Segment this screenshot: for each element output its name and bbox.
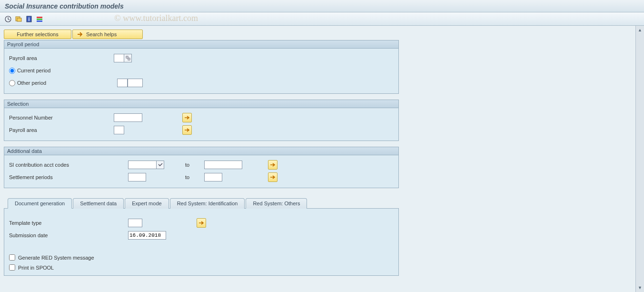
si-codes-multi-button[interactable] <box>268 160 277 170</box>
svg-rect-6 <box>37 19 42 20</box>
vertical-scrollbar[interactable]: ▲ ▼ <box>635 26 644 292</box>
current-period-radio[interactable] <box>9 68 15 74</box>
color-legend-icon[interactable] <box>35 15 44 23</box>
svg-rect-5 <box>37 17 42 18</box>
payroll-period-group: Payroll period Payroll area Current peri… <box>4 40 399 94</box>
selection-header: Selection <box>4 100 398 108</box>
submission-date-label: Submission date <box>9 232 128 238</box>
current-period-label[interactable]: Current period <box>17 68 50 73</box>
si-codes-to-input[interactable] <box>204 161 242 169</box>
info-icon[interactable]: i <box>25 15 33 23</box>
settlement-multi-button[interactable] <box>268 172 277 182</box>
si-codes-dropdown-icon[interactable] <box>157 161 164 169</box>
selection-group: Selection Personnel Number Payroll area <box>4 100 399 141</box>
payroll-area-input[interactable] <box>114 54 124 62</box>
payroll-area-f4-icon[interactable] <box>124 54 132 62</box>
execute-icon[interactable] <box>4 15 12 23</box>
tab-settlement-data[interactable]: Settlement data <box>73 198 124 209</box>
svg-rect-2 <box>17 18 21 21</box>
search-helps-label: Search helps <box>86 31 117 37</box>
personnel-number-multi-button[interactable] <box>182 113 192 122</box>
other-period-input-2[interactable] <box>128 79 143 87</box>
tab-document-generation[interactable]: Document generation <box>8 198 72 209</box>
settlement-to-label: to <box>185 174 204 180</box>
print-spool-checkbox[interactable] <box>9 264 15 271</box>
si-codes-from-input[interactable] <box>128 161 157 169</box>
si-codes-label: SI contribution acct codes <box>9 162 128 168</box>
page-title: Social Insurance contribution models <box>5 2 124 10</box>
tab-red-system-others[interactable]: Red System: Others <box>246 198 307 209</box>
app-toolbar: i © www.tutorialkart.com <box>0 12 644 26</box>
other-period-label[interactable]: Other period <box>17 80 117 86</box>
tabstrip: Document generation Settlement data Expe… <box>4 198 399 209</box>
other-period-radio[interactable] <box>9 80 15 86</box>
main-content: Further selections Search helps Payroll … <box>0 26 644 292</box>
title-bar: Social Insurance contribution models <box>0 0 644 12</box>
tab-red-system-identification[interactable]: Red System: Identification <box>170 198 245 209</box>
settlement-to-input[interactable] <box>204 173 222 181</box>
selection-payroll-area-label: Payroll area <box>9 127 114 133</box>
generate-red-label[interactable]: Generate RED System message <box>18 255 94 261</box>
additional-data-header: Additional data <box>4 147 398 155</box>
personnel-number-label: Personnel Number <box>9 115 114 121</box>
template-type-label: Template type <box>9 220 128 226</box>
additional-data-group: Additional data SI contribution acct cod… <box>4 147 399 188</box>
watermark: © www.tutorialkart.com <box>114 13 198 23</box>
template-type-input[interactable] <box>128 219 142 227</box>
template-type-multi-button[interactable] <box>197 218 206 228</box>
scroll-up-icon[interactable]: ▲ <box>637 27 644 33</box>
selection-payroll-area-multi-button[interactable] <box>182 125 192 135</box>
other-period-input-1[interactable] <box>117 79 128 87</box>
settlement-from-input[interactable] <box>128 173 146 181</box>
svg-rect-7 <box>37 20 42 22</box>
submission-date-input[interactable] <box>128 231 166 240</box>
svg-rect-9 <box>128 58 130 60</box>
payroll-area-label: Payroll area <box>9 55 114 61</box>
search-helps-button[interactable]: Search helps <box>72 30 143 39</box>
selection-payroll-area-input[interactable] <box>114 126 124 134</box>
further-selections-button[interactable]: Further selections <box>4 30 71 39</box>
svg-rect-8 <box>126 56 128 58</box>
svg-text:i: i <box>29 17 30 22</box>
tab-body-document-generation: Template type Submission date Generate R… <box>4 209 399 276</box>
tab-expert-mode[interactable]: Expert mode <box>125 198 168 209</box>
personnel-number-input[interactable] <box>114 113 142 122</box>
further-selections-label: Further selections <box>17 31 58 37</box>
si-to-label: to <box>185 162 204 168</box>
arrow-right-icon <box>77 31 83 37</box>
variant-icon[interactable] <box>14 15 23 23</box>
payroll-period-header: Payroll period <box>4 40 398 49</box>
generate-red-checkbox[interactable] <box>9 254 15 261</box>
print-spool-label[interactable]: Print in SPOOL <box>18 265 54 271</box>
scroll-down-icon[interactable]: ▼ <box>637 284 644 291</box>
settlement-periods-label: Settlement periods <box>9 174 128 180</box>
